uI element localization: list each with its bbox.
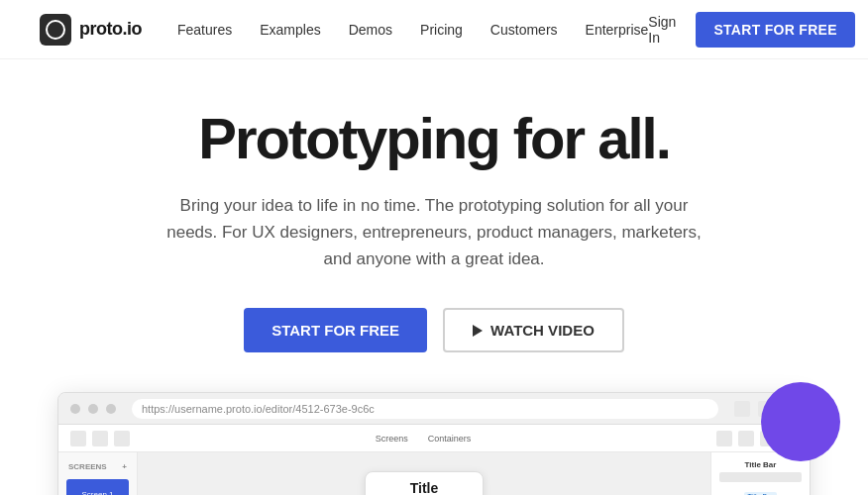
canvas-area[interactable]: Title Search ⛰ Title Subtitle <box>138 452 710 495</box>
inspector-bar-1 <box>719 472 802 482</box>
nav-item-customers[interactable]: Customers <box>490 22 558 38</box>
screens-panel-header: SCREENS + <box>62 460 133 473</box>
app-toolbar: Screens Containers <box>58 425 810 452</box>
hero-title: Prototyping for all. <box>198 107 670 170</box>
url-text: https://username.proto.io/editor/4512-67… <box>142 403 375 415</box>
browser-window: https://username.proto.io/editor/4512-67… <box>57 392 811 495</box>
main-nav: proto.io Features Examples Demos Pricing… <box>0 0 868 59</box>
nav-actions: Sign In START FOR FREE <box>648 12 855 48</box>
nav-item-pricing[interactable]: Pricing <box>420 22 463 38</box>
hero-start-free-button[interactable]: START FOR FREE <box>244 308 427 352</box>
screen-item-1[interactable]: Screen 1 <box>66 479 129 495</box>
toolbar-icon-5[interactable] <box>738 431 754 446</box>
nav-links: Features Examples Demos Pricing Customer… <box>177 22 648 38</box>
logo-mark <box>40 14 71 46</box>
screen-label-1: Screen 1 <box>81 490 113 495</box>
screens-panel: SCREENS + Screen 1 Screen 2 Screen 3 Scr… <box>58 452 138 495</box>
browser-dot-green <box>106 404 116 414</box>
toolbar-icon-2[interactable] <box>92 431 108 446</box>
toolbar-icon-4[interactable] <box>716 431 732 446</box>
editor-content: SCREENS + Screen 1 Screen 2 Screen 3 Scr… <box>58 452 810 495</box>
app-preview: https://username.proto.io/editor/4512-67… <box>57 392 811 495</box>
phone-title: Title <box>374 480 475 495</box>
browser-dot-red <box>70 404 80 414</box>
toolbar-tabs: Screens Containers <box>368 432 480 446</box>
nav-item-features[interactable]: Features <box>177 22 232 38</box>
screens-header-label: SCREENS <box>68 462 107 471</box>
logo[interactable]: proto.io <box>40 14 142 46</box>
hero-watch-video-button[interactable]: WATCH VIDEO <box>443 308 624 352</box>
screens-add-icon[interactable]: + <box>122 462 127 471</box>
browser-dot-yellow <box>88 404 98 414</box>
watch-video-label: WATCH VIDEO <box>490 322 595 339</box>
toolbar-icon-3[interactable] <box>114 431 130 446</box>
browser-url-bar[interactable]: https://username.proto.io/editor/4512-67… <box>132 399 718 419</box>
play-icon <box>473 325 483 337</box>
inspector-row-1: Title Bar Title Bar <box>719 460 802 495</box>
nav-item-enterprise[interactable]: Enterprise <box>586 22 649 38</box>
inspector-label-1: Title Bar <box>719 460 802 469</box>
toolbar-icon-1[interactable] <box>70 431 86 446</box>
toolbar-tab-screens[interactable]: Screens <box>368 432 416 446</box>
browser-bar: https://username.proto.io/editor/4512-67… <box>58 393 810 425</box>
phone-mockup: Title Search ⛰ Title Subtitle <box>365 471 484 495</box>
toolbar-tab-containers[interactable]: Containers <box>420 432 480 446</box>
browser-action-icon-1 <box>734 401 750 417</box>
cta-buttons: START FOR FREE WATCH VIDEO <box>244 308 624 352</box>
nav-item-examples[interactable]: Examples <box>260 22 320 38</box>
purple-circle-decoration <box>761 382 840 461</box>
hero-subtitle: Bring your idea to life in no time. The … <box>157 192 711 273</box>
nav-start-free-button[interactable]: START FOR FREE <box>696 12 855 48</box>
sign-in-link[interactable]: Sign In <box>648 14 676 46</box>
nav-item-demos[interactable]: Demos <box>349 22 392 38</box>
hero-section: Prototyping for all. Bring your idea to … <box>0 59 868 495</box>
logo-text: proto.io <box>79 19 142 40</box>
